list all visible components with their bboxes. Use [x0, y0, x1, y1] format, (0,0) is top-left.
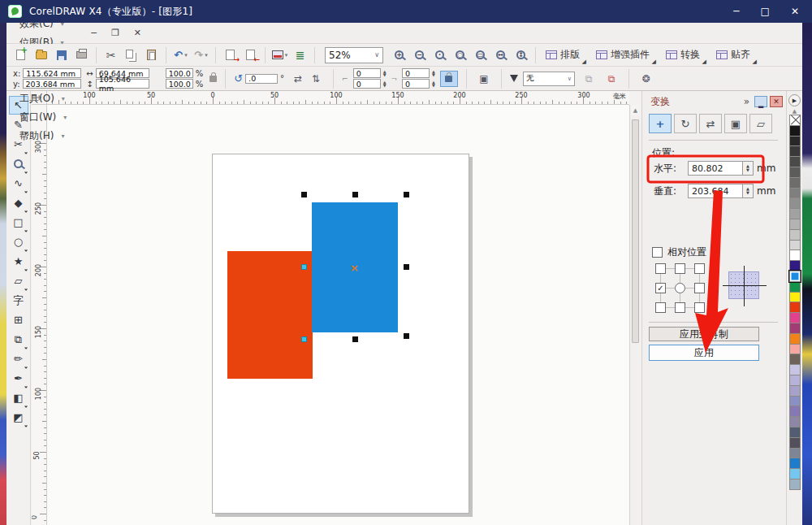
window-close-button[interactable]: ✕	[791, 6, 799, 17]
selection-handle-top-right[interactable]	[404, 192, 409, 197]
node-handle-middle-left[interactable]	[301, 264, 307, 270]
transform-rotate-tab[interactable]: ↻	[674, 114, 697, 133]
palette-swatch-19[interactable]	[789, 312, 801, 323]
zoom-selected-button[interactable]: ·	[430, 46, 449, 64]
freehand-tool[interactable]: ∿	[9, 174, 28, 193]
object-x-input[interactable]: 115.624 mm	[23, 68, 81, 78]
palette-swatch-21[interactable]	[789, 333, 801, 345]
zoom-to-page-button[interactable]: ▭	[471, 46, 490, 64]
cut-button[interactable]: ✂	[102, 46, 120, 64]
palette-swatch-33[interactable]	[789, 458, 801, 469]
anchor-bottom-right-checkbox[interactable]	[694, 302, 705, 313]
palette-swatch-7[interactable]	[789, 188, 801, 199]
rotation-angle-input[interactable]: .0	[245, 74, 278, 84]
object-y-input[interactable]: 203.684 mm	[23, 79, 81, 89]
polygon-tool[interactable]: ★	[9, 252, 28, 271]
palette-swatch-24[interactable]	[789, 364, 801, 375]
apply-to-duplicate-button[interactable]: 应用到再制	[649, 327, 759, 341]
palette-swatch-27[interactable]	[789, 396, 801, 407]
palette-swatch-28[interactable]	[789, 406, 801, 417]
selection-handle-top-left[interactable]	[301, 192, 307, 197]
anchor-center-radio[interactable]	[675, 283, 685, 293]
scale-lock-icon[interactable]	[209, 76, 217, 82]
window-maximize-button[interactable]: □	[761, 6, 770, 17]
save-button[interactable]	[52, 46, 71, 64]
toolbar-plugins-button[interactable]: 增强插件◢	[591, 46, 654, 63]
redo-dropdown-icon[interactable]: ▾	[205, 52, 208, 59]
docker-minimize-button[interactable]: ▂	[754, 96, 767, 107]
to-front-button[interactable]: ⧉	[580, 71, 598, 87]
options-button[interactable]: ≣	[291, 46, 309, 64]
scale-h-input[interactable]: 100.0	[166, 68, 193, 78]
zoom-out-button[interactable]: −	[410, 46, 429, 64]
anchor-top-center-checkbox[interactable]	[675, 263, 685, 274]
zoom-to-width-button[interactable]: ↔	[491, 46, 510, 64]
open-button[interactable]	[32, 46, 50, 64]
palette-swatch-16[interactable]	[789, 281, 801, 293]
import-button[interactable]: →	[221, 46, 240, 64]
interactive-fill-tool[interactable]: ◩	[9, 408, 28, 427]
horizontal-ruler[interactable]: 10050050100150200250300毫米	[47, 91, 629, 105]
undo-dropdown-icon[interactable]: ▾	[184, 52, 188, 59]
palette-swatch-29[interactable]	[789, 416, 801, 427]
rectangle-tool[interactable]: □	[9, 213, 28, 232]
palette-swatch-18[interactable]	[789, 302, 801, 313]
relative-position-checkbox[interactable]	[652, 247, 663, 258]
mirror-horizontal-button[interactable]: ⇄	[289, 71, 307, 87]
vertical-scrollbar[interactable]: ▲	[629, 105, 641, 525]
selection-handle-top-middle[interactable]	[352, 192, 358, 197]
palette-swatch-9[interactable]	[789, 208, 801, 219]
anchor-top-left-checkbox[interactable]	[655, 263, 666, 274]
toolbar-snap-button[interactable]: 贴齐◢	[711, 46, 755, 63]
menu-item-help[interactable]: 帮助(H)	[15, 127, 71, 145]
transform-skew-tab[interactable]: ▱	[749, 114, 772, 133]
zoom-in-button[interactable]: +	[390, 46, 408, 64]
redo-button[interactable]: ↷▾	[192, 46, 210, 64]
anchor-bottom-center-checkbox[interactable]	[675, 302, 685, 313]
palette-swatch-6[interactable]	[789, 177, 801, 189]
toolbar-convert-button[interactable]: 转换◢	[661, 46, 705, 63]
palette-swatch-22[interactable]	[789, 344, 801, 355]
palette-swatch-26[interactable]	[789, 385, 801, 397]
anchor-bottom-left-checkbox[interactable]	[655, 302, 666, 313]
object-center-marker[interactable]: ×	[350, 262, 359, 274]
corner-radius-br-input[interactable]: 0	[402, 79, 430, 89]
anchor-top-right-checkbox[interactable]	[694, 263, 705, 274]
new-document-button[interactable]	[11, 46, 30, 64]
wrap-text-button[interactable]: ▣	[475, 71, 493, 87]
document-close-button[interactable]: ✕	[134, 28, 141, 38]
palette-swatch-12[interactable]	[789, 240, 801, 251]
transform-scale-mirror-tab[interactable]: ⇄	[699, 114, 722, 133]
anchor-middle-right-checkbox[interactable]	[694, 283, 705, 293]
mirror-vertical-button[interactable]: ⇅	[307, 71, 325, 87]
palette-swatch-13[interactable]	[789, 249, 801, 261]
palette-swatch-30[interactable]	[789, 427, 801, 438]
copy-button[interactable]	[122, 46, 140, 64]
zoom-level-select[interactable]: 52% ∨	[325, 47, 383, 63]
palette-swatch-8[interactable]	[789, 197, 801, 209]
drawing-canvas[interactable]: ×	[47, 105, 629, 525]
application-launcher-button[interactable]: ▾	[270, 46, 289, 64]
print-button[interactable]	[72, 46, 91, 64]
selection-handle-bottom-middle[interactable]	[352, 336, 358, 342]
palette-swatch-35[interactable]	[789, 479, 801, 490]
refresh-button[interactable]: ❂	[637, 71, 655, 87]
corner-radius-tr-input[interactable]: 0	[402, 68, 430, 78]
palette-swatch-20[interactable]	[789, 323, 801, 334]
vertical-ruler[interactable]: 300250200150100500	[32, 105, 47, 525]
palette-swatch-1[interactable]	[789, 125, 801, 137]
anchor-middle-left-checkbox[interactable]: ✓	[655, 283, 666, 293]
palette-swatch-15[interactable]	[789, 271, 801, 282]
palette-swatch-3[interactable]	[789, 145, 801, 157]
paste-button[interactable]	[142, 46, 161, 64]
palette-swatch-23[interactable]	[789, 354, 801, 365]
apply-button[interactable]: 应用	[649, 345, 759, 361]
object-height-input[interactable]: 105.646 mm	[96, 79, 149, 89]
to-back-button[interactable]: ⧉	[603, 71, 620, 87]
scroll-up-icon[interactable]: ▲	[631, 105, 640, 115]
undo-button[interactable]: ↶▾	[171, 46, 190, 64]
palette-swatch-11[interactable]	[789, 229, 801, 241]
outline-width-select[interactable]: 无 ∨	[523, 72, 575, 86]
toolbar-typesetting-button[interactable]: 排版◢	[541, 46, 585, 63]
zoom-to-height-button[interactable]: ↕	[512, 46, 530, 64]
